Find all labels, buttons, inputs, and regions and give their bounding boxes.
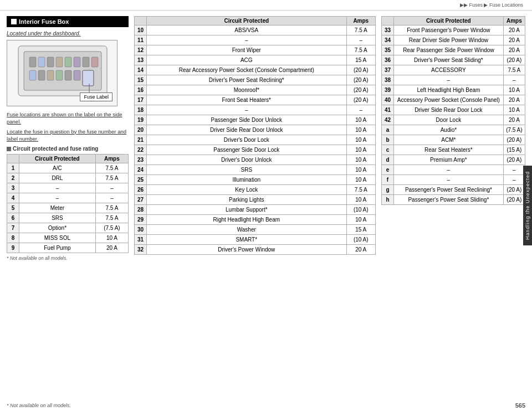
right-fuse-table: Circuit Protected Amps 33 Front Passenge… <box>381 16 525 205</box>
left-fuse-table: Circuit Protected Amps 1 A/C 7.5 A 2 DRL… <box>7 154 129 253</box>
subsection-title: Circuit protected and fuse rating <box>7 146 129 152</box>
svg-rect-11 <box>38 70 45 80</box>
table-row: 5 Meter 7.5 A <box>7 203 129 213</box>
fuse-label-box: Fuse Label <box>80 93 112 101</box>
svg-rect-2 <box>29 57 36 67</box>
svg-rect-14 <box>65 70 71 80</box>
svg-rect-5 <box>56 57 63 67</box>
table-row: 19 Passenger Side Door Unlock 10 A <box>135 115 376 125</box>
table-row: 27 Parking Lights 10 A <box>135 195 376 205</box>
svg-rect-7 <box>74 57 80 67</box>
table-row: 11 – – <box>135 35 376 45</box>
table-row: d Premium Amp* (20 A) <box>382 155 525 165</box>
table-row: f – – <box>382 175 525 185</box>
table-row: 14 Rear Accessory Power Socket (Console … <box>135 65 376 75</box>
table-row: 23 Driver's Door Unlock 10 A <box>135 155 376 165</box>
table-row: 20 Driver Side Rear Door Unlock 10 A <box>135 125 376 135</box>
svg-rect-9 <box>91 57 98 67</box>
svg-rect-10 <box>29 70 36 80</box>
right-table-container: Circuit Protected Amps 33 Front Passenge… <box>381 16 525 205</box>
table-row: b ACM* (20 A) <box>382 135 525 145</box>
footer: * Not available on all models. 565 <box>7 402 525 409</box>
table-row: g Passenger's Power Seat Reclining* (20 … <box>382 185 525 195</box>
table-row: 12 Front Wiper 7.5 A <box>135 45 376 55</box>
table-row: 29 Right Headlight High Beam 10 A <box>135 215 376 225</box>
middle-fuse-table: Circuit Protected Amps 10 ABS/VSA 7.5 A … <box>134 16 376 255</box>
footer-footnote: * Not available on all models. <box>7 403 71 408</box>
svg-rect-13 <box>56 70 63 80</box>
table-row: 25 Illumination 10 A <box>135 175 376 185</box>
table-row: 15 Driver's Power Seat Reclining* (20 A) <box>135 75 376 85</box>
table-row: 34 Rear Driver Side Power Window 20 A <box>382 35 525 45</box>
table-row: 17 Front Seat Heaters* (20 A) <box>135 95 376 105</box>
svg-rect-8 <box>83 57 89 67</box>
svg-rect-12 <box>47 70 54 80</box>
table-row: 16 Moonroof* (20 A) <box>135 85 376 95</box>
left-footnote: * Not available on all models. <box>7 255 129 261</box>
table-row: 26 Key Lock 7.5 A <box>135 185 376 195</box>
table-row: 39 Left Headlight High Beam 10 A <box>382 85 525 95</box>
table-row: 6 SRS 7.5 A <box>7 213 129 223</box>
table-row: 42 Door Lock 20 A <box>382 115 525 125</box>
top-navigation: ▶▶ Fuses ▶ Fuse Locations <box>0 0 532 11</box>
table-row: 18 – – <box>135 105 376 115</box>
breadcrumb: ▶▶ Fuses ▶ Fuse Locations <box>460 2 523 8</box>
section-title: Interior Fuse Box <box>7 16 129 27</box>
table-row: e – – <box>382 165 525 175</box>
table-row: 10 ABS/VSA 7.5 A <box>135 25 376 35</box>
subsection-icon <box>7 147 11 151</box>
table-row: 33 Front Passenger's Power Window 20 A <box>382 25 525 35</box>
table-row: h Passenger's Power Seat Sliding* (20 A) <box>382 195 525 205</box>
table-row: 40 Accessory Power Socket (Console Panel… <box>382 95 525 105</box>
table-row: 2 DRL 7.5 A <box>7 173 129 183</box>
desc-text-2: Locate the fuse in question by the fuse … <box>7 128 129 143</box>
table-row: 4 – – <box>7 193 129 203</box>
table-row: 41 Driver Side Rear Door Lock 10 A <box>382 105 525 115</box>
svg-rect-15 <box>74 70 80 80</box>
left-table-container: Circuit Protected Amps 1 A/C 7.5 A 2 DRL… <box>7 154 129 253</box>
svg-rect-16 <box>83 70 94 86</box>
desc-text-1: Fuse locations are shown on the label on… <box>7 111 129 126</box>
table-row: 7 Option* (7.5 A) <box>7 223 129 233</box>
location-text: Located under the dashboard. <box>7 30 129 37</box>
table-row: 9 Fuel Pump 20 A <box>7 243 129 253</box>
table-row: 38 – – <box>382 75 525 85</box>
section-icon <box>11 19 17 24</box>
table-row: 1 A/C 7.5 A <box>7 163 129 173</box>
table-row: 37 ACCESSORY 7.5 A <box>382 65 525 75</box>
table-row: 3 – – <box>7 183 129 193</box>
table-row: 13 ACG 15 A <box>135 55 376 65</box>
table-row: a Audio* (7.5 A) <box>382 125 525 135</box>
svg-rect-4 <box>47 57 54 67</box>
table-row: 22 Passenger Side Door Lock 10 A <box>135 145 376 155</box>
table-row: 28 Lumbar Support* (10 A) <box>135 205 376 215</box>
middle-table-container: Circuit Protected Amps 10 ABS/VSA 7.5 A … <box>134 16 376 255</box>
table-row: 31 SMART* (10 A) <box>135 235 376 245</box>
sidebar-tab: Handling the Unexpected <box>523 166 532 245</box>
middle-panel: Circuit Protected Amps 10 ABS/VSA 7.5 A … <box>134 16 376 400</box>
left-panel: Interior Fuse Box Located under the dash… <box>7 16 129 400</box>
table-row: 35 Rear Passenger Side Power Window 20 A <box>382 45 525 55</box>
svg-rect-3 <box>38 57 45 67</box>
page-number: 565 <box>515 402 525 409</box>
table-row: 30 Washer 15 A <box>135 225 376 235</box>
right-panel: Circuit Protected Amps 33 Front Passenge… <box>381 16 525 400</box>
svg-rect-6 <box>65 57 71 67</box>
table-row: c Rear Seat Heaters* (15 A) <box>382 145 525 155</box>
table-row: 21 Driver's Door Lock 10 A <box>135 135 376 145</box>
table-row: 8 MISS SOL 10 A <box>7 233 129 243</box>
fuse-diagram: Fuse Label <box>7 40 117 106</box>
table-row: 24 SRS 10 A <box>135 165 376 175</box>
table-row: 32 Driver's Power Window 20 A <box>135 245 376 255</box>
table-row: 36 Driver's Power Seat Sliding* (20 A) <box>382 55 525 65</box>
